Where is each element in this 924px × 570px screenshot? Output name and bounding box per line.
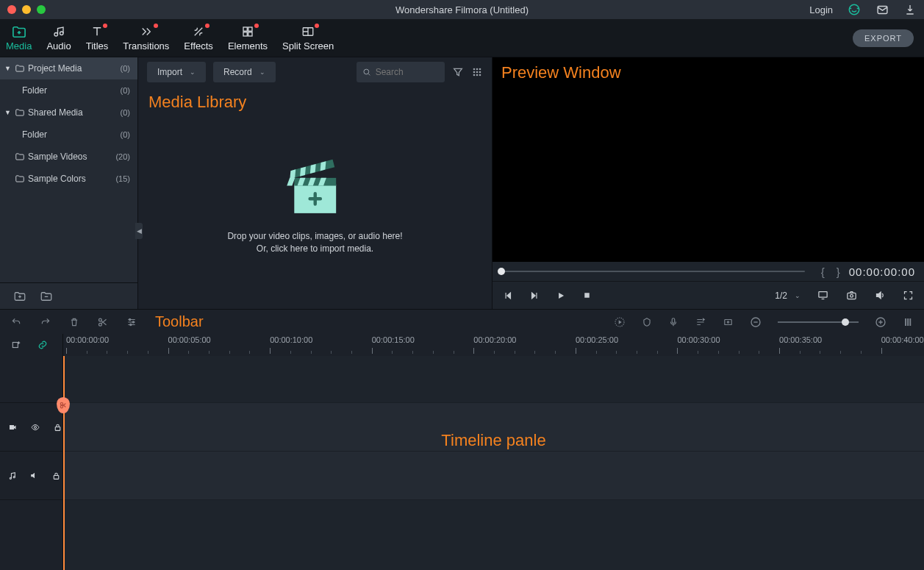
- track-header-video[interactable]: [0, 403, 62, 452]
- step-back-button[interactable]: [503, 291, 513, 301]
- tab-label: Effects: [184, 40, 213, 51]
- tree-count: (0): [121, 108, 130, 117]
- tab-audio[interactable]: Audio: [46, 24, 71, 51]
- link-icon[interactable]: [37, 340, 49, 350]
- media-body[interactable]: Media Library Drop your video clips, ima…: [138, 87, 492, 309]
- delete-folder-icon[interactable]: [40, 291, 53, 302]
- lock-icon[interactable]: [51, 471, 61, 481]
- tab-titles[interactable]: Titles: [86, 24, 109, 51]
- tree-item-folder[interactable]: Folder (0): [0, 124, 137, 146]
- stop-button[interactable]: [582, 291, 592, 300]
- preview-canvas[interactable]: Preview Window: [493, 57, 924, 262]
- close-window-button[interactable]: [7, 5, 16, 14]
- folder-icon: [15, 174, 25, 183]
- crop-icon[interactable]: [723, 317, 734, 327]
- tab-media[interactable]: Media: [6, 24, 32, 51]
- marker-icon[interactable]: [642, 316, 652, 328]
- svg-point-33: [850, 294, 853, 297]
- mark-out-icon[interactable]: }: [837, 266, 840, 278]
- messages-icon[interactable]: [875, 3, 889, 16]
- split-button[interactable]: [97, 316, 108, 328]
- tab-elements[interactable]: Elements: [228, 24, 268, 51]
- redo-button[interactable]: [40, 317, 51, 327]
- svg-rect-54: [54, 475, 59, 479]
- tree-label: Sample Videos: [28, 152, 87, 162]
- tree-item-sample-videos[interactable]: Sample Videos (20): [0, 146, 137, 168]
- preview-scrubber[interactable]: [501, 271, 805, 272]
- media-toolbar: Import⌄ Record⌄: [138, 57, 492, 87]
- new-folder-icon[interactable]: [13, 291, 26, 302]
- import-dropdown[interactable]: Import⌄: [147, 62, 206, 82]
- search-input[interactable]: [376, 67, 439, 77]
- grid-view-icon[interactable]: [471, 66, 483, 78]
- timeline-playhead[interactable]: [63, 356, 65, 570]
- edit-properties-button[interactable]: [126, 317, 137, 327]
- render-preview-icon[interactable]: [614, 316, 626, 328]
- chevron-down-icon: ⌄: [259, 68, 265, 76]
- timeline-ruler-row: 00:00:00:0000:00:05:0000:00:10:0000:00:1…: [0, 334, 924, 356]
- track-lane[interactable]: [63, 500, 924, 570]
- quality-label: 1/2: [775, 291, 787, 301]
- folder-icon: [15, 108, 25, 117]
- window-controls: [7, 5, 46, 14]
- svg-rect-46: [907, 318, 909, 326]
- tree-item-sample-colors[interactable]: Sample Colors (15): [0, 168, 137, 190]
- tab-transitions[interactable]: Transitions: [123, 24, 169, 51]
- mark-in-icon[interactable]: {: [821, 266, 825, 278]
- elements-icon: [240, 24, 255, 39]
- fullscreen-icon[interactable]: [903, 290, 914, 301]
- timeline-toolbar: Toolbar: [0, 309, 924, 334]
- add-track-icon[interactable]: [10, 340, 22, 350]
- filter-icon[interactable]: [452, 66, 464, 78]
- undo-button[interactable]: [10, 317, 22, 327]
- tree-item-shared-media[interactable]: ▼Shared Media (0): [0, 101, 137, 124]
- mute-icon[interactable]: [29, 471, 40, 480]
- transitions-icon: [138, 24, 154, 39]
- record-dropdown[interactable]: Record⌄: [213, 62, 276, 82]
- titlebar: Wondershare Filmora (Untitled) Login: [0, 0, 924, 19]
- zoom-in-button[interactable]: [875, 316, 887, 328]
- media-dropzone[interactable]: Drop your video clips, images, or audio …: [226, 158, 404, 255]
- tree-item-project-media[interactable]: ▼Project Media (0): [0, 57, 137, 79]
- timeline-tracks: Timeline panle: [0, 356, 924, 570]
- ruler-label: 00:00:30:00: [677, 335, 720, 344]
- login-link[interactable]: Login: [809, 4, 833, 15]
- play-button[interactable]: [556, 291, 566, 301]
- tab-split-screen[interactable]: Split Screen: [282, 24, 334, 51]
- preview-quality-dropdown[interactable]: 1/2⌄: [775, 291, 801, 301]
- audio-mixer-icon[interactable]: [695, 317, 706, 327]
- video-track-icon: [7, 423, 18, 432]
- zoom-slider[interactable]: [778, 321, 859, 323]
- zoom-fit-icon[interactable]: [903, 316, 914, 328]
- support-icon[interactable]: [848, 3, 861, 16]
- svg-rect-27: [300, 167, 306, 177]
- chevron-down-icon: ▼: [4, 109, 12, 116]
- collapse-sidebar-button[interactable]: ◀: [135, 223, 143, 239]
- track-area[interactable]: Timeline panle: [63, 356, 924, 570]
- voiceover-icon[interactable]: [668, 316, 678, 328]
- preview-window-label: Preview Window: [501, 63, 621, 82]
- volume-icon[interactable]: [874, 290, 887, 301]
- display-icon[interactable]: [817, 290, 829, 301]
- track-lane[interactable]: [63, 356, 924, 403]
- delete-button[interactable]: [69, 316, 79, 328]
- visibility-icon[interactable]: [29, 423, 41, 432]
- download-icon[interactable]: [903, 3, 917, 16]
- scrubber-handle[interactable]: [498, 268, 505, 275]
- track-header-audio[interactable]: [0, 452, 62, 500]
- export-button[interactable]: EXPORT: [853, 29, 914, 47]
- svg-rect-32: [848, 293, 856, 299]
- search-input-wrap[interactable]: [357, 62, 445, 82]
- timeline-ruler[interactable]: 00:00:00:0000:00:05:0000:00:10:0000:00:1…: [63, 334, 924, 356]
- step-forward-button[interactable]: [529, 291, 540, 301]
- tab-effects[interactable]: Effects: [184, 24, 213, 51]
- snapshot-icon[interactable]: [845, 290, 858, 301]
- window-title: Wondershare Filmora (Untitled): [395, 4, 529, 15]
- zoom-slider-handle[interactable]: [842, 318, 849, 326]
- zoom-out-button[interactable]: [750, 316, 762, 328]
- minimize-window-button[interactable]: [22, 5, 31, 14]
- track-lane-audio[interactable]: [63, 452, 924, 500]
- lock-icon[interactable]: [53, 422, 62, 432]
- maximize-window-button[interactable]: [37, 5, 46, 14]
- tree-item-folder[interactable]: Folder (0): [0, 79, 137, 101]
